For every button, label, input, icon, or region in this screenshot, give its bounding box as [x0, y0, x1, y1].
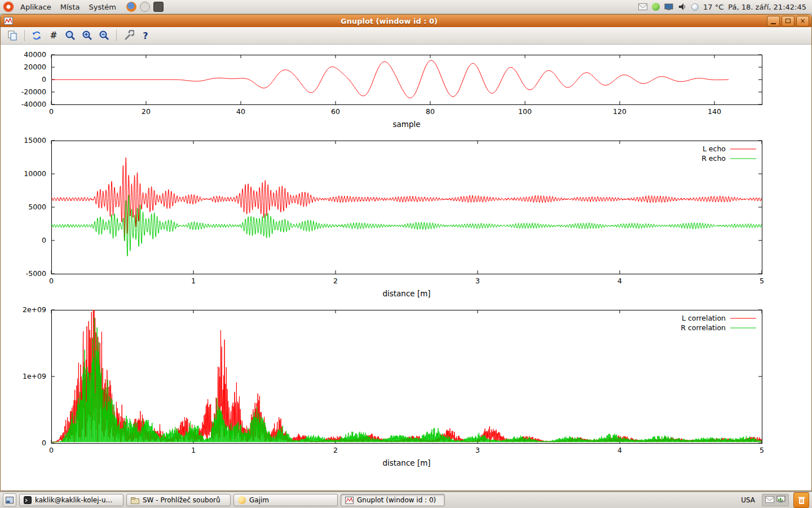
y-tick-label: -40000: [21, 100, 46, 108]
series-R echo: [51, 195, 762, 256]
menu-mista[interactable]: Místa: [56, 2, 85, 12]
volume-icon[interactable]: [678, 3, 687, 11]
x-tick-label: 5: [760, 277, 764, 285]
x-tick-label: 1: [191, 446, 196, 454]
task-label: SW - Prohlížeč souborů: [143, 496, 220, 504]
y-tick-label: 0: [42, 439, 46, 447]
y-tick-label: 0: [42, 236, 46, 244]
help-icon[interactable]: ?: [138, 29, 153, 42]
toolbar-separator: [24, 30, 25, 41]
task-3[interactable]: Gnuplot (window id : 0): [341, 494, 445, 506]
plot-frame: [52, 141, 762, 274]
legend-label: R echo: [701, 154, 726, 163]
y-tick-label: 5000: [28, 203, 46, 211]
plot-area[interactable]: 020406080100120140-40000-200000200004000…: [1, 45, 811, 472]
y-tick-label: 10000: [24, 169, 46, 178]
file-manager-icon: [131, 497, 139, 504]
x-tick-label: 2: [333, 277, 338, 285]
keyboard-layout-indicator[interactable]: USA: [739, 496, 757, 504]
task-2[interactable]: Gajim: [233, 494, 338, 506]
clock-label[interactable]: Pá, 18. září, 21:42:45: [728, 3, 806, 11]
x-tick-label: 120: [613, 107, 626, 116]
notification-area: [762, 494, 789, 506]
x-tick-label: 3: [475, 277, 480, 285]
x-tick-label: 140: [708, 107, 721, 116]
display-icon[interactable]: [664, 3, 673, 11]
toolbar-separator: [116, 30, 117, 41]
taskbar-tray: USA: [739, 492, 809, 508]
menu-aplikace[interactable]: Aplikace: [16, 2, 56, 12]
chart-correlation[interactable]: 01234501e+092e+09distance [m]L correlati…: [1, 303, 811, 472]
monitor-icon[interactable]: [776, 496, 785, 505]
x-axis-label: sample: [392, 120, 420, 129]
legend-label: L echo: [703, 144, 726, 153]
x-tick-label: 4: [617, 446, 622, 454]
y-tick-label: -5000: [26, 269, 46, 278]
temperature-label: 17 °C: [703, 3, 723, 11]
y-tick-label: 0: [42, 75, 46, 84]
trash-icon[interactable]: [793, 492, 809, 508]
task-label: Gajim: [249, 496, 269, 504]
gnuplot-window: Gnuplot (window id : 0) × #: [0, 14, 812, 491]
toolbar: # ?: [1, 27, 811, 45]
x-tick-label: 40: [236, 107, 245, 116]
y-tick-label: 15000: [24, 136, 46, 144]
desktop-root: Aplikace Místa Systém 17 °C Pá, 18. září…: [0, 0, 812, 508]
zoom-icon[interactable]: [63, 29, 78, 42]
mail-notification-icon[interactable]: [765, 496, 774, 505]
legend-label: L correlation: [682, 314, 726, 322]
x-tick-label: 60: [331, 107, 340, 116]
zoom-out-icon[interactable]: [97, 29, 112, 42]
top-panel: Aplikace Místa Systém 17 °C Pá, 18. září…: [0, 0, 812, 14]
gnuplot-icon: [345, 497, 354, 504]
chart-signal[interactable]: 020406080100120140-40000-200000200004000…: [1, 48, 811, 134]
x-tick-label: 0: [49, 277, 54, 285]
x-axis-label: distance [m]: [382, 289, 430, 298]
x-tick-label: 100: [518, 107, 532, 116]
x-tick-label: 80: [426, 107, 435, 116]
x-axis-label: distance [m]: [382, 458, 430, 467]
firefox-icon[interactable]: [126, 2, 136, 12]
distro-logo-icon[interactable]: [3, 2, 14, 12]
titlebar[interactable]: Gnuplot (window id : 0) ×: [1, 15, 811, 27]
task-label: kaklik@kaklik-kolej-u...: [35, 496, 112, 504]
x-tick-label: 20: [142, 107, 151, 116]
update-icon[interactable]: [652, 3, 660, 11]
y-tick-label: 2e+09: [23, 305, 46, 314]
launcher-bar: [126, 2, 164, 12]
x-tick-label: 2: [333, 446, 338, 454]
refresh-icon[interactable]: [29, 29, 44, 42]
x-tick-label: 3: [475, 446, 480, 454]
copy-icon[interactable]: [5, 29, 20, 42]
maximize-button[interactable]: [782, 16, 795, 27]
y-tick-label: 40000: [24, 50, 46, 59]
taskbar: kaklik@kaklik-kolej-u... SW - Prohlížeč …: [0, 492, 812, 508]
task-0[interactable]: kaklik@kaklik-kolej-u...: [19, 494, 123, 506]
gajim-icon: [238, 496, 246, 504]
show-desktop-icon[interactable]: [3, 493, 16, 507]
y-tick-label: 1e+09: [23, 372, 46, 380]
mail-client-icon[interactable]: [153, 2, 164, 12]
legend-label: R correlation: [681, 323, 726, 332]
help-icon[interactable]: [140, 2, 150, 12]
mail-icon[interactable]: [638, 3, 647, 10]
series-L correlation: [51, 303, 762, 442]
x-tick-label: 4: [617, 277, 622, 285]
series-R correlation: [51, 318, 762, 442]
close-button[interactable]: ×: [796, 16, 809, 27]
chart-echo[interactable]: 012345-5000050001000015000distance [m]L …: [1, 134, 811, 303]
y-tick-label: 20000: [24, 63, 46, 71]
task-1[interactable]: SW - Prohlížeč souborů: [126, 494, 231, 506]
weather-icon[interactable]: [691, 3, 699, 11]
x-tick-label: 0: [49, 107, 54, 116]
grid-icon[interactable]: #: [46, 29, 61, 42]
zoom-in-icon[interactable]: [80, 29, 95, 42]
minimize-button[interactable]: [767, 16, 780, 27]
task-label: Gnuplot (window id : 0): [357, 496, 436, 504]
y-tick-label: -20000: [21, 87, 46, 96]
terminal-icon: [24, 496, 32, 504]
config-icon[interactable]: [121, 29, 136, 42]
menu-system[interactable]: Systém: [84, 2, 120, 12]
x-tick-label: 1: [191, 277, 196, 285]
series-signal: [51, 60, 729, 98]
